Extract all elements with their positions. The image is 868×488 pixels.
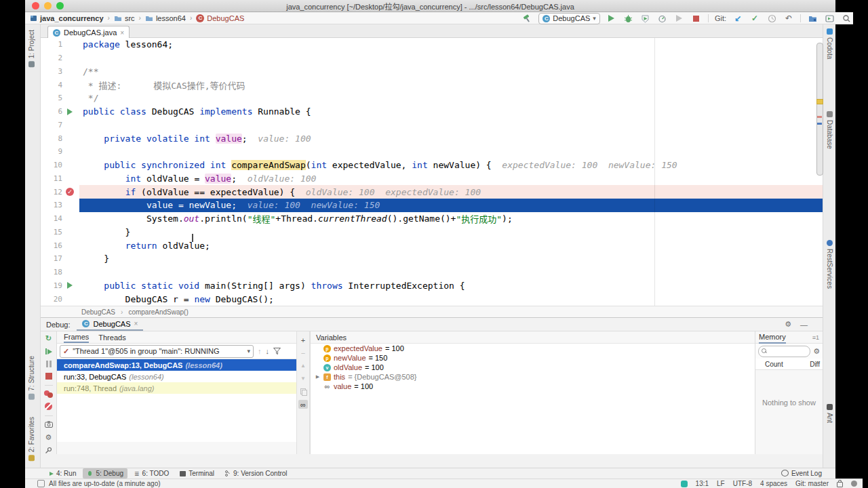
code-line[interactable]: 10 public synchronized int compareAndSwa… <box>41 159 823 172</box>
variable-row[interactable]: voldValue = 100 <box>311 363 755 372</box>
code-line[interactable]: 13 value = newValue; value: 100 newValue… <box>41 199 823 212</box>
variable-row[interactable]: ▶fthis = {DebugCAS@508} <box>311 372 755 382</box>
run-anything-icon[interactable] <box>824 13 835 24</box>
code-text[interactable]: public static void main(String[] args) t… <box>79 279 823 293</box>
git-branch[interactable]: Git: master <box>795 480 829 487</box>
code-text[interactable]: public class DebugCAS implements Runnabl… <box>79 105 823 119</box>
search-everywhere-icon[interactable] <box>841 13 852 24</box>
toolwindow-button-6-todo[interactable]: ≣6: TODO <box>130 468 173 479</box>
stop-button[interactable] <box>691 13 702 24</box>
codota-status-icon[interactable] <box>681 481 688 487</box>
toolwindow-toggle-icon[interactable] <box>37 480 45 487</box>
code-text[interactable]: private volatile int value; value: 100 <box>79 131 823 145</box>
toolwindow-button-terminal[interactable]: Terminal <box>176 468 218 479</box>
code-text[interactable]: DebugCAS r = new DebugCAS(); <box>79 292 823 306</box>
run-button[interactable] <box>606 13 617 24</box>
code-line[interactable]: 9 <box>41 145 823 159</box>
code-text[interactable]: } <box>79 252 823 266</box>
code-line[interactable]: 3/** <box>41 65 823 79</box>
column-count[interactable]: Count <box>765 361 783 368</box>
code-text[interactable]: /** <box>79 65 823 79</box>
tool-stripe-restservices[interactable]: RestServices <box>826 240 833 289</box>
code-line[interactable]: 12✓ if (oldValue == expectedValue) { old… <box>41 185 823 199</box>
frame-row[interactable]: run:33, DebugCAS(lesson64) <box>57 371 296 382</box>
show-watches-toggle[interactable]: ∞ <box>298 400 308 409</box>
code-text[interactable]: if (oldValue == expectedValue) { oldValu… <box>79 185 823 199</box>
prev-frame-icon[interactable]: ↑ <box>258 347 262 355</box>
code-text[interactable]: int oldValue = value; oldValue: 100 <box>79 172 823 186</box>
filter-frames-icon[interactable] <box>273 348 281 354</box>
line-separator[interactable]: LF <box>717 480 725 487</box>
debug-button[interactable] <box>623 13 634 24</box>
run-with-coverage-button[interactable] <box>640 13 651 24</box>
stop-icon[interactable] <box>44 373 54 380</box>
git-update-icon[interactable]: ↙ <box>732 13 743 24</box>
breadcrumb-lesson64[interactable]: lesson64 <box>145 14 186 22</box>
history-icon[interactable] <box>766 13 777 24</box>
tab-frames[interactable]: Frames <box>64 332 89 343</box>
rollback-icon[interactable]: ↶ <box>783 13 794 24</box>
remove-watch-icon[interactable]: − <box>298 348 308 357</box>
code-text[interactable]: * 描述: 模拟CAS操作,等价代码 <box>79 78 823 92</box>
code-text[interactable]: value = newValue; value: 100 newValue: 1… <box>79 199 823 212</box>
add-watch-icon[interactable]: + <box>298 336 308 344</box>
crumb-class[interactable]: DebugCAS <box>81 308 115 316</box>
tool-stripe-favorites[interactable]: 2: Favorites <box>28 417 35 461</box>
thread-dropdown[interactable]: ✓ "Thread 1"@505 in group "main": RUNNIN… <box>60 345 254 358</box>
memory-search-input[interactable] <box>758 346 810 357</box>
code-line[interactable]: 19 public static void main(String[] args… <box>41 279 823 293</box>
toolwindow-button-5-debug[interactable]: 5: Debug <box>83 468 127 479</box>
expand-arrow-icon[interactable]: ▶ <box>315 374 321 380</box>
debug-gear-icon[interactable]: ⚙ <box>44 433 54 442</box>
code-line[interactable]: 6public class DebugCAS implements Runnab… <box>41 105 823 119</box>
indent-setting[interactable]: 4 spaces <box>760 480 787 487</box>
thread-dump-camera-icon[interactable] <box>44 420 54 428</box>
frame-row[interactable]: compareAndSwap:13, DebugCAS(lesson64) <box>57 359 296 371</box>
hide-panel-icon[interactable]: — <box>800 321 808 329</box>
code-line[interactable]: 5 */ <box>41 92 823 105</box>
toolwindow-button-9-version-control[interactable]: 9: Version Control <box>221 468 292 479</box>
tool-stripe-ant[interactable]: Ant <box>826 404 833 423</box>
build-hammer-icon[interactable] <box>521 13 532 24</box>
rerun-icon[interactable]: ↻ <box>44 334 54 343</box>
code-line[interactable]: 7 <box>41 119 823 132</box>
readonly-lock-icon[interactable] <box>837 482 843 487</box>
code-line[interactable]: 15 } <box>41 226 823 239</box>
code-line[interactable]: 11 int oldValue = value; oldValue: 100 <box>41 172 823 186</box>
pin-tab-icon[interactable] <box>44 447 54 454</box>
breadcrumb-project[interactable]: java_concurrency <box>29 14 104 22</box>
close-tab-icon[interactable]: × <box>120 29 124 37</box>
tab-threads[interactable]: Threads <box>98 332 125 343</box>
crumb-method[interactable]: compareAndSwap() <box>128 308 188 316</box>
recent-files-icon[interactable] <box>807 13 818 24</box>
memory-view-icon[interactable]: ≡1 <box>812 334 819 341</box>
toolwindow-button-4-run[interactable]: 4: Run <box>45 468 80 479</box>
breakpoint-stripe-marker[interactable] <box>817 116 822 118</box>
code-text[interactable]: public synchronized int compareAndSwap(i… <box>79 159 823 172</box>
code-text[interactable] <box>79 119 823 132</box>
variable-row[interactable]: pexpectedValue = 100 <box>311 344 755 353</box>
code-text[interactable]: System.out.println("线程"+Thread.currentTh… <box>79 212 823 226</box>
code-text[interactable] <box>79 266 823 279</box>
code-text[interactable]: } <box>79 226 823 239</box>
editor-scrollbar[interactable] <box>816 43 823 176</box>
code-text[interactable]: package lesson64; <box>79 38 823 52</box>
git-commit-icon[interactable]: ✓ <box>749 13 760 24</box>
file-encoding[interactable]: UTF-8 <box>733 480 752 487</box>
caret-position[interactable]: 13:1 <box>696 480 709 487</box>
code-line[interactable]: 8 private volatile int value; value: 100 <box>41 131 823 145</box>
breakpoint-icon[interactable]: ✓ <box>66 188 74 196</box>
variable-row[interactable]: ∞value = 100 <box>311 382 755 391</box>
memory-settings-gear-icon[interactable]: ⚙ <box>813 347 820 356</box>
run-line-icon[interactable] <box>67 108 73 115</box>
tool-stripe-codota[interactable]: Codota <box>826 28 833 59</box>
code-text[interactable]: */ <box>79 92 823 105</box>
code-line[interactable]: 2 <box>41 52 823 65</box>
tool-stripe-project[interactable]: 1: Project <box>28 30 35 67</box>
tool-stripe-database[interactable]: Database <box>826 111 833 149</box>
code-line[interactable]: 17 } <box>41 252 823 266</box>
editor-tab-debugcas[interactable]: C DebugCAS.java × <box>47 26 130 39</box>
event-log-button[interactable]: Event Log <box>781 468 822 479</box>
breadcrumb-src[interactable]: src <box>114 14 135 22</box>
debug-session-tab[interactable]: C DebugCAS × <box>77 318 143 331</box>
